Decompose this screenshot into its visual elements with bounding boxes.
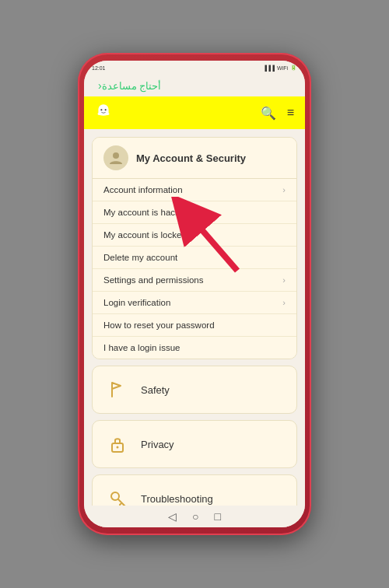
menu-item-delete[interactable]: Delete my account (93, 247, 296, 269)
menu-item-account-info[interactable]: Account information › (93, 179, 296, 201)
svg-point-1 (105, 109, 107, 110)
key-svg (108, 489, 127, 506)
status-time: 12:01 (92, 65, 106, 71)
status-icons: ▐▐▐ WiFi 🔋 (263, 65, 297, 71)
menu-item-login-issue[interactable]: I have a login issue (93, 337, 296, 359)
menu-item-arrow: › (282, 185, 286, 194)
status-bar: 12:01 ▐▐▐ WiFi 🔋 (84, 61, 305, 75)
menu-item-label: Account information (103, 185, 183, 194)
svg-point-2 (113, 152, 119, 159)
menu-item-reset-password[interactable]: How to reset your password (93, 314, 296, 337)
menu-item-label: I have a login issue (103, 343, 180, 352)
account-card-header: My Account & Security (93, 138, 296, 179)
phone-screen: 12:01 ▐▐▐ WiFi 🔋 أحتاج مساعدة ‹ (84, 61, 305, 527)
home-button[interactable]: ○ (192, 510, 198, 523)
menu-item-label: Delete my account (103, 253, 177, 262)
svg-point-0 (100, 109, 102, 110)
battery-icon: 🔋 (290, 65, 297, 71)
menu-icon[interactable]: ≡ (287, 106, 294, 120)
snapchat-logo (95, 103, 112, 123)
menu-item-arrow: › (282, 275, 286, 285)
section-card-safety[interactable]: Safety (92, 366, 297, 414)
account-card-title: My Account & Security (136, 152, 246, 164)
menu-item-label: How to reset your password (103, 320, 215, 330)
svg-point-4 (117, 446, 119, 449)
section-label-privacy: Privacy (141, 439, 174, 450)
key-icon (103, 485, 131, 506)
section-card-troubleshooting[interactable]: Troubleshooting (92, 474, 297, 506)
bottom-nav: ◁ ○ □ (84, 506, 305, 527)
section-label-safety: Safety (141, 384, 170, 396)
account-avatar-icon (103, 145, 128, 170)
header-icons: 🔍 ≡ (261, 106, 294, 121)
recents-button[interactable]: □ (215, 510, 221, 523)
section-label-troubleshooting: Troubleshooting (141, 493, 213, 505)
yellow-header: 🔍 ≡ (84, 96, 305, 129)
content-area: My Account & Security Account informatio… (84, 129, 305, 506)
back-nav-text[interactable]: أحتاج مساعدة (102, 80, 162, 92)
menu-item-locked[interactable]: My account is locked (93, 224, 296, 247)
phone-frame: 12:01 ▐▐▐ WiFi 🔋 أحتاج مساعدة ‹ (78, 53, 311, 535)
ghost-icon (95, 103, 112, 120)
account-security-card: My Account & Security Account informatio… (92, 137, 297, 359)
flag-icon (103, 376, 131, 404)
signal-icon: ▐▐▐ (263, 65, 275, 71)
user-icon (108, 150, 124, 166)
menu-item-label: My account is hacked (103, 208, 190, 217)
back-chevron-icon: ‹ (98, 79, 102, 92)
section-card-privacy[interactable]: Privacy (92, 420, 297, 468)
menu-item-settings[interactable]: Settings and permissions › (93, 269, 296, 292)
menu-item-label: Login verification (103, 298, 170, 307)
flag-svg (108, 380, 127, 399)
menu-item-label: Settings and permissions (103, 275, 203, 285)
menu-item-hacked[interactable]: My account is hacked (93, 201, 296, 224)
search-icon[interactable]: 🔍 (261, 106, 276, 121)
back-button[interactable]: ◁ (168, 510, 177, 523)
lock-svg (110, 435, 125, 453)
menu-item-label: My account is locked (103, 230, 187, 240)
wifi-icon: WiFi (277, 65, 288, 71)
menu-item-login-verification[interactable]: Login verification › (93, 292, 296, 314)
lock-icon (103, 430, 131, 458)
menu-item-arrow: › (282, 298, 286, 307)
back-navigation[interactable]: أحتاج مساعدة ‹ (84, 75, 305, 96)
